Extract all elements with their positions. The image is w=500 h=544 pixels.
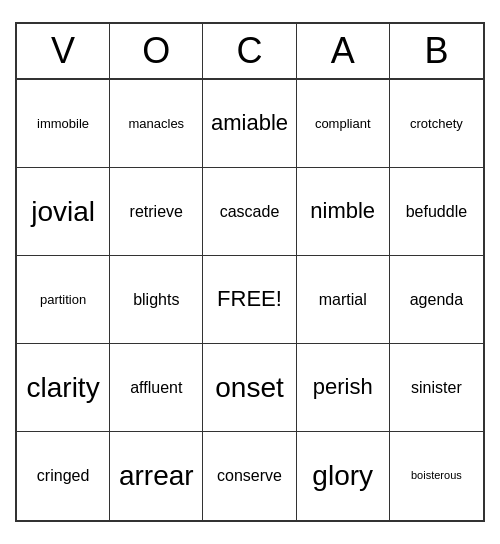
cell-r2-c2: FREE! bbox=[203, 256, 296, 344]
cell-text-r0-c3: compliant bbox=[315, 116, 371, 132]
cell-text-r1-c0: jovial bbox=[31, 195, 95, 229]
cell-r3-c3: perish bbox=[297, 344, 390, 432]
cell-r0-c4: crotchety bbox=[390, 80, 483, 168]
header-cell-c: C bbox=[203, 24, 296, 78]
bingo-grid: immobilemanaclesamiablecompliantcrotchet… bbox=[17, 80, 483, 520]
cell-text-r4-c3: glory bbox=[312, 459, 373, 493]
cell-text-r2-c3: martial bbox=[319, 290, 367, 309]
cell-r0-c0: immobile bbox=[17, 80, 110, 168]
cell-text-r4-c4: boisterous bbox=[411, 469, 462, 482]
cell-text-r4-c0: cringed bbox=[37, 466, 89, 485]
cell-text-r3-c3: perish bbox=[313, 374, 373, 400]
header-cell-a: A bbox=[297, 24, 390, 78]
cell-r4-c3: glory bbox=[297, 432, 390, 520]
cell-r0-c2: amiable bbox=[203, 80, 296, 168]
cell-text-r0-c4: crotchety bbox=[410, 116, 463, 132]
header-cell-v: V bbox=[17, 24, 110, 78]
cell-r1-c0: jovial bbox=[17, 168, 110, 256]
cell-r3-c4: sinister bbox=[390, 344, 483, 432]
cell-r4-c1: arrear bbox=[110, 432, 203, 520]
cell-text-r1-c2: cascade bbox=[220, 202, 280, 221]
cell-r1-c4: befuddle bbox=[390, 168, 483, 256]
cell-text-r1-c3: nimble bbox=[310, 198, 375, 224]
cell-text-r2-c2: FREE! bbox=[217, 286, 282, 312]
cell-r2-c4: agenda bbox=[390, 256, 483, 344]
cell-r2-c1: blights bbox=[110, 256, 203, 344]
cell-r0-c3: compliant bbox=[297, 80, 390, 168]
cell-r2-c3: martial bbox=[297, 256, 390, 344]
cell-r4-c0: cringed bbox=[17, 432, 110, 520]
cell-r0-c1: manacles bbox=[110, 80, 203, 168]
cell-text-r3-c0: clarity bbox=[27, 371, 100, 405]
header-cell-o: O bbox=[110, 24, 203, 78]
cell-text-r2-c4: agenda bbox=[410, 290, 463, 309]
header-row: VOCAB bbox=[17, 24, 483, 80]
cell-r1-c2: cascade bbox=[203, 168, 296, 256]
cell-text-r0-c0: immobile bbox=[37, 116, 89, 132]
cell-r4-c2: conserve bbox=[203, 432, 296, 520]
cell-r1-c3: nimble bbox=[297, 168, 390, 256]
cell-text-r3-c1: affluent bbox=[130, 378, 182, 397]
cell-text-r2-c0: partition bbox=[40, 292, 86, 308]
cell-text-r3-c4: sinister bbox=[411, 378, 462, 397]
cell-text-r1-c4: befuddle bbox=[406, 202, 467, 221]
cell-text-r0-c1: manacles bbox=[128, 116, 184, 132]
cell-text-r4-c1: arrear bbox=[119, 459, 194, 493]
cell-text-r4-c2: conserve bbox=[217, 466, 282, 485]
cell-text-r0-c2: amiable bbox=[211, 110, 288, 136]
cell-r1-c1: retrieve bbox=[110, 168, 203, 256]
cell-text-r2-c1: blights bbox=[133, 290, 179, 309]
header-cell-b: B bbox=[390, 24, 483, 78]
cell-text-r1-c1: retrieve bbox=[130, 202, 183, 221]
cell-r4-c4: boisterous bbox=[390, 432, 483, 520]
cell-r3-c0: clarity bbox=[17, 344, 110, 432]
cell-r3-c2: onset bbox=[203, 344, 296, 432]
cell-r2-c0: partition bbox=[17, 256, 110, 344]
cell-text-r3-c2: onset bbox=[215, 371, 284, 405]
cell-r3-c1: affluent bbox=[110, 344, 203, 432]
bingo-card: VOCAB immobilemanaclesamiablecompliantcr… bbox=[15, 22, 485, 522]
